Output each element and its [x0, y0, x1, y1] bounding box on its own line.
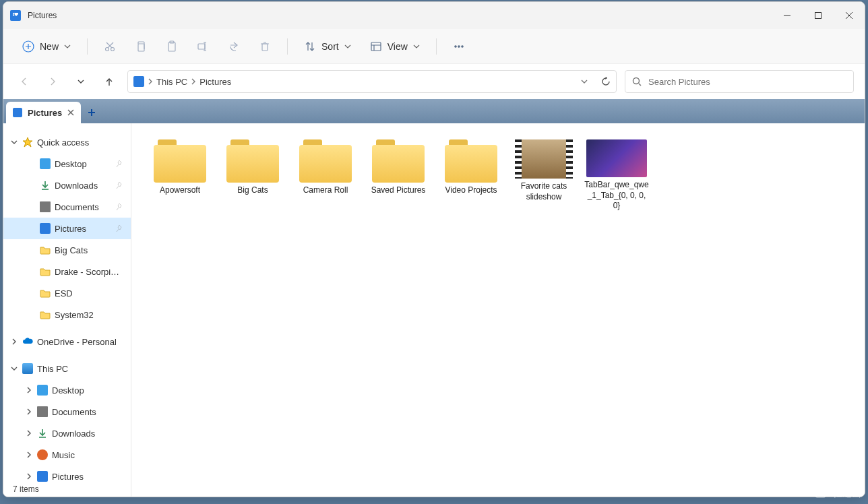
download-icon	[37, 428, 48, 439]
titlebar: Pictures	[3, 2, 865, 29]
chevron-down-icon	[344, 43, 351, 50]
folder-icon	[40, 266, 51, 277]
sort-icon	[304, 40, 316, 53]
folder-icon	[226, 139, 279, 183]
svg-rect-13	[138, 44, 144, 51]
svg-rect-16	[198, 44, 205, 49]
folder-icon	[299, 139, 352, 183]
sidebar-item-pc-desktop[interactable]: Desktop	[3, 379, 131, 401]
minimize-button[interactable]	[772, 2, 803, 29]
close-tab-icon[interactable]	[67, 109, 74, 116]
sidebar-item-pc-music[interactable]: Music	[3, 444, 131, 466]
sidebar-item-big-cats[interactable]: Big Cats	[3, 239, 131, 261]
cut-button[interactable]	[97, 34, 123, 59]
sidebar-item-desktop[interactable]: Desktop	[3, 153, 131, 175]
tab-label: Pictures	[28, 108, 62, 118]
folder-icon	[40, 245, 51, 255]
image-item[interactable]: TabBar_qwe_qwe_1_Tab_{0, 0, 0, 0}	[582, 137, 652, 214]
app-icon	[10, 10, 21, 21]
close-button[interactable]	[834, 2, 865, 29]
folder-icon	[445, 139, 497, 183]
image-thumbnail	[586, 139, 647, 177]
folder-item[interactable]: Big Cats	[218, 137, 288, 214]
view-button[interactable]: View	[363, 34, 427, 59]
sidebar-item-system32[interactable]: System32	[3, 304, 131, 325]
folder-item[interactable]: Camera Roll	[290, 137, 361, 214]
svg-point-44	[816, 493, 819, 496]
back-button[interactable]	[14, 71, 34, 92]
tab-bar: Pictures	[3, 99, 865, 123]
new-button[interactable]: New	[16, 34, 78, 59]
more-button[interactable]	[446, 34, 472, 59]
forward-button[interactable]	[42, 71, 63, 92]
svg-point-30	[458, 45, 460, 46]
items-view[interactable]: Apowersoft Big Cats Camera Roll Saved Pi…	[131, 123, 865, 497]
svg-rect-26	[371, 42, 381, 51]
folder-item[interactable]: Apowersoft	[145, 137, 215, 214]
rename-button[interactable]	[190, 34, 216, 59]
sidebar-item-this-pc[interactable]: This PC	[3, 358, 131, 379]
new-label: New	[40, 41, 59, 52]
svg-point-33	[633, 78, 640, 84]
share-icon	[228, 40, 240, 53]
sidebar-item-pictures[interactable]: Pictures	[3, 218, 131, 239]
desktop-icon	[37, 385, 48, 396]
breadcrumb-root[interactable]: This PC	[156, 77, 187, 87]
svg-rect-14	[168, 42, 175, 51]
sidebar-item-documents[interactable]: Documents	[3, 196, 131, 218]
svg-point-31	[462, 45, 463, 46]
documents-icon	[40, 201, 51, 212]
delete-button[interactable]	[252, 34, 278, 59]
copy-button[interactable]	[128, 34, 154, 59]
sort-label: Sort	[321, 41, 339, 52]
search-input[interactable]	[648, 77, 846, 87]
music-icon	[37, 449, 48, 460]
cut-icon	[104, 40, 116, 53]
ellipsis-icon	[453, 40, 465, 53]
search-box[interactable]	[625, 70, 854, 93]
maximize-button[interactable]	[803, 2, 834, 29]
sidebar-item-esd[interactable]: ESD	[3, 282, 131, 304]
sidebar-item-pc-downloads[interactable]: Downloads	[3, 422, 131, 444]
status-bar: 7 items	[13, 484, 39, 494]
svg-marker-39	[23, 137, 32, 147]
paste-icon	[166, 40, 178, 53]
refresh-icon[interactable]	[601, 77, 611, 86]
tab-pictures[interactable]: Pictures	[6, 102, 81, 123]
chevron-down-icon[interactable]	[581, 78, 588, 85]
window-title: Pictures	[28, 11, 57, 20]
svg-rect-21	[262, 44, 268, 51]
add-tab-button[interactable]	[84, 104, 100, 121]
up-button[interactable]	[99, 71, 119, 92]
watermark: 亿速云	[811, 488, 861, 500]
pin-icon	[116, 181, 124, 189]
breadcrumb[interactable]: This PC Pictures	[127, 70, 617, 93]
pictures-icon	[13, 108, 22, 117]
sidebar-item-onedrive[interactable]: OneDrive - Personal	[3, 331, 131, 352]
desktop-icon	[40, 158, 51, 169]
folder-item[interactable]: Video Projects	[436, 137, 506, 214]
search-icon	[632, 77, 642, 86]
plus-circle-icon	[22, 40, 34, 53]
recent-dropdown[interactable]	[71, 71, 91, 92]
star-icon	[22, 137, 33, 148]
paste-button[interactable]	[159, 34, 185, 59]
svg-point-29	[455, 45, 456, 46]
breadcrumb-current[interactable]: Pictures	[199, 77, 231, 87]
navigation-pane[interactable]: Quick access Desktop Downloads Documents…	[3, 123, 131, 497]
sort-button[interactable]: Sort	[297, 34, 358, 59]
documents-icon	[37, 406, 48, 417]
video-item[interactable]: Favorite cats slideshow	[509, 137, 579, 214]
sidebar-item-drake[interactable]: Drake - Scorpion (320)	[3, 261, 131, 282]
chevron-right-icon	[190, 78, 197, 85]
onedrive-icon	[22, 336, 33, 347]
folder-icon	[372, 139, 425, 183]
sidebar-item-quick-access[interactable]: Quick access	[3, 131, 131, 153]
share-button[interactable]	[221, 34, 247, 59]
sidebar-item-downloads[interactable]: Downloads	[3, 175, 131, 196]
folder-item[interactable]: Saved Pictures	[363, 137, 433, 214]
sidebar-item-pc-documents[interactable]: Documents	[3, 401, 131, 422]
pictures-icon	[133, 76, 144, 87]
chevron-down-icon	[413, 43, 420, 50]
svg-point-1	[13, 13, 15, 15]
